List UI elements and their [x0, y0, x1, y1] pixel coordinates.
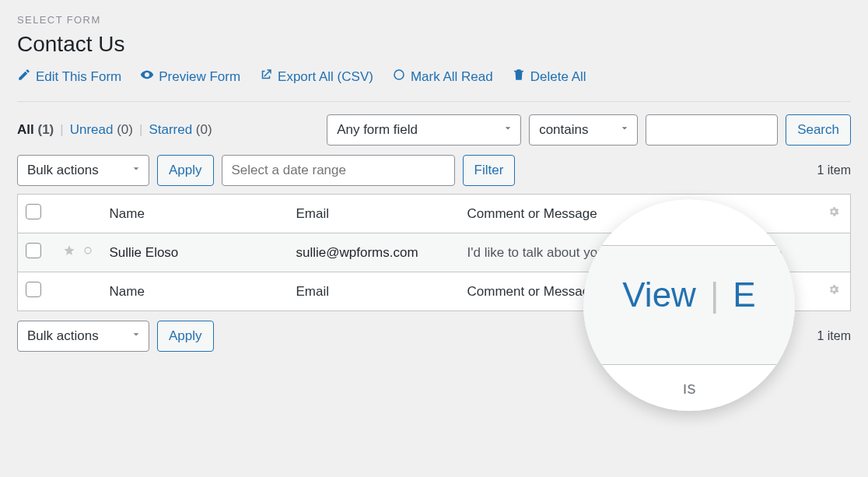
- preview-form-link[interactable]: Preview Form: [140, 68, 240, 86]
- edit-form-link[interactable]: Edit This Form: [17, 68, 121, 86]
- tab-unread[interactable]: Unread (0): [70, 122, 133, 138]
- read-indicator-icon[interactable]: [82, 244, 94, 261]
- mark-read-link[interactable]: Mark All Read: [392, 68, 493, 86]
- mark-read-label: Mark All Read: [411, 69, 493, 85]
- delete-all-link[interactable]: Delete All: [512, 68, 586, 86]
- divider: |: [139, 122, 142, 138]
- col-name[interactable]: Name: [102, 195, 289, 233]
- cell-name: Sullie Eloso: [102, 233, 289, 272]
- delete-all-label: Delete All: [530, 69, 586, 85]
- filter-row-1: All (1) | Unread (0) | Starred (0) Any f…: [17, 114, 851, 146]
- magnified-actions: View | E: [622, 275, 755, 314]
- col-email-footer[interactable]: Email: [289, 272, 460, 311]
- apply-button-footer[interactable]: Apply: [157, 321, 214, 352]
- select-all-checkbox[interactable]: [26, 204, 41, 219]
- tab-starred[interactable]: Starred (0): [149, 122, 212, 138]
- bulk-actions-select[interactable]: Bulk actions: [17, 155, 149, 186]
- edit-form-label: Edit This Form: [36, 69, 121, 85]
- col-email[interactable]: Email: [289, 195, 460, 233]
- svg-point-0: [85, 247, 91, 254]
- pencil-icon: [17, 68, 31, 86]
- row-checkbox[interactable]: [26, 243, 41, 258]
- status-tabs: All (1) | Unread (0) | Starred (0): [17, 122, 212, 138]
- search-button[interactable]: Search: [786, 114, 851, 146]
- eye-icon: [140, 68, 154, 86]
- page-title: Contact Us: [17, 32, 851, 57]
- export-csv-label: Export All (CSV): [278, 69, 373, 85]
- chevron-down-icon: [130, 163, 142, 179]
- filter-row-2: Bulk actions Apply Filter 1 item: [17, 155, 851, 186]
- search-input[interactable]: [646, 114, 778, 146]
- date-range-input[interactable]: [222, 155, 455, 186]
- chevron-down-icon: [130, 328, 142, 345]
- gear-icon[interactable]: [828, 206, 840, 221]
- gear-icon[interactable]: [828, 284, 840, 299]
- field-select[interactable]: Any form field: [327, 114, 521, 146]
- chevron-down-icon: [618, 122, 631, 139]
- form-actions-row: Edit This Form Preview Form Export All (…: [17, 68, 851, 86]
- item-count-bottom: 1 item: [817, 329, 851, 343]
- row-indicators: [63, 244, 94, 261]
- divider: |: [60, 122, 63, 138]
- tab-all[interactable]: All (1): [17, 122, 54, 138]
- preview-form-label: Preview Form: [159, 69, 240, 85]
- select-form-label: SELECT FORM: [17, 14, 851, 26]
- magnified-edit-initial: E: [733, 275, 755, 314]
- divider: |: [710, 275, 719, 314]
- col-name-footer[interactable]: Name: [102, 272, 289, 311]
- magnifier-overlay: View | E ıs: [583, 199, 795, 411]
- operator-select[interactable]: contains: [529, 114, 638, 146]
- chevron-down-icon: [502, 122, 514, 139]
- apply-button[interactable]: Apply: [157, 155, 214, 186]
- trash-icon: [512, 68, 526, 86]
- export-csv-link[interactable]: Export All (CSV): [259, 68, 373, 86]
- magnified-view: View: [622, 275, 696, 314]
- magnified-footer-hint: ıs: [682, 378, 695, 398]
- cell-email: sullie@wpforms.com: [289, 233, 460, 272]
- select-all-checkbox-footer[interactable]: [26, 282, 41, 297]
- item-count-top: 1 item: [817, 163, 851, 177]
- bulk-actions-select-footer[interactable]: Bulk actions: [17, 321, 149, 352]
- filter-button[interactable]: Filter: [463, 155, 516, 186]
- export-icon: [259, 68, 273, 86]
- star-icon[interactable]: [63, 244, 75, 261]
- circle-icon: [392, 68, 406, 86]
